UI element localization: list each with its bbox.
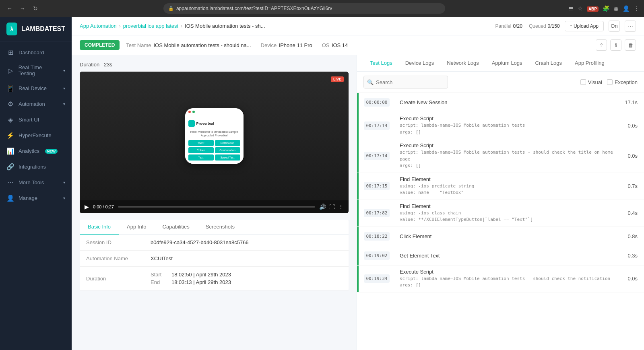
log-timestamp: 00:19:02: [359, 246, 395, 265]
sidebar-item-hyper-execute[interactable]: ⚡ HyperExecute: [0, 128, 72, 143]
visual-filter[interactable]: Visual: [580, 79, 602, 85]
log-timestamp: 00:17:82: [359, 200, 395, 226]
phone-welcome-text: Hello! Welcome to lambdatest Sample App …: [188, 128, 240, 139]
volume-icon[interactable]: 🔊: [319, 204, 326, 210]
start-row: Start 18:02:50 | April 29th 2023: [151, 272, 342, 278]
end-row: End 18:03:13 | April 29th 2023: [151, 279, 342, 285]
forward-button[interactable]: →: [18, 4, 27, 13]
device-label: Device: [261, 42, 277, 48]
video-ctrl-icons: 🔊 ⛶ ⋮: [319, 204, 344, 210]
timestamp-badge: 00:17:82: [364, 209, 390, 217]
time-display: 0:00 / 0:27: [93, 204, 114, 209]
refresh-button[interactable]: ↻: [31, 4, 40, 13]
delete-button[interactable]: 🗑: [625, 39, 636, 51]
sidebar-item-analytics[interactable]: 📊 Analytics NEW: [0, 143, 72, 159]
exception-filter[interactable]: Exception: [607, 79, 638, 85]
status-badge: COMPLETED: [80, 40, 120, 50]
visual-checkbox[interactable]: [580, 79, 586, 85]
duration-row: Duration 23s: [80, 62, 349, 68]
sidebar-item-automation[interactable]: ⚙ Automation ▾: [0, 96, 72, 112]
log-toolbar: 🔍 Visual Exception: [357, 72, 644, 93]
breadcrumb-app-name[interactable]: proverbial ios app latest: [123, 23, 178, 29]
log-title: Execute Script: [400, 115, 615, 121]
log-body: Create New Session: [395, 93, 620, 112]
parallel-value: 0/20: [513, 23, 522, 29]
address-bar[interactable]: 🔒 appautomation.lambdatest.com/test?test…: [163, 3, 445, 14]
automation-name-label: Automation Name: [80, 251, 144, 267]
phone-btn-text: Text: [188, 154, 214, 161]
sidebar-item-smart-ui[interactable]: ◈ Smart UI: [0, 112, 72, 128]
log-timestamp: 00:17:14: [359, 139, 395, 173]
sidebar-label-more-tools: More Tools: [19, 179, 44, 185]
log-search-input[interactable]: [363, 76, 448, 89]
tab-app-info[interactable]: App Info: [119, 220, 154, 235]
sidebar-label-smart-ui: Smart UI: [19, 117, 39, 123]
sidebar-label-real-device: Real Device: [19, 85, 47, 91]
fullscreen-icon[interactable]: ⛶: [329, 204, 335, 210]
duration-meta-label: Duration: [80, 267, 144, 290]
parallel-label: Parallel: [495, 23, 511, 29]
more-options-button[interactable]: ⋯: [625, 21, 636, 32]
log-tab-test-logs[interactable]: Test Logs: [363, 55, 399, 72]
info-button[interactable]: ℹ: [610, 39, 621, 51]
sidebar-label-analytics: Analytics: [19, 148, 39, 154]
sidebar-item-integrations[interactable]: 🔗 Integrations: [0, 159, 72, 175]
log-duration: 0.4s: [620, 200, 644, 226]
share-button[interactable]: ⇧: [596, 39, 607, 51]
log-detail: script: lambda-name=IOS Mobile automatio…: [400, 276, 615, 289]
timestamp-badge: 00:00:00: [364, 98, 390, 107]
play-button[interactable]: ▶: [85, 204, 89, 210]
log-timestamp: 00:17:15: [359, 173, 395, 200]
sidebar: λ LAMBDATEST ⊞ Dashboard ▷ Real Time Tes…: [0, 17, 72, 350]
breadcrumb-sep-2: ›: [181, 23, 182, 29]
duration-label: Duration: [80, 62, 99, 68]
menu-icon[interactable]: ⋮: [634, 5, 639, 12]
smart-ui-icon: ◈: [6, 116, 14, 124]
log-duration: 0.8s: [620, 227, 644, 246]
timestamp-badge: 00:17:14: [364, 152, 390, 160]
bookmark-icon[interactable]: ☆: [578, 5, 583, 12]
analytics-icon: 📊: [6, 147, 14, 155]
log-duration: 0.0s: [620, 139, 644, 173]
extensions-icon[interactable]: 🧩: [603, 5, 609, 12]
progress-bar[interactable]: [118, 206, 315, 208]
log-title: Find Element: [400, 176, 615, 182]
tab-capabilities[interactable]: Capabilities: [155, 220, 198, 235]
profile-icon[interactable]: 👤: [623, 5, 630, 12]
end-value: 18:03:13 | April 29th 2023: [171, 279, 231, 285]
sidebar-nav: ⊞ Dashboard ▷ Real Time Testing ▾ 📱 Real…: [0, 41, 72, 350]
table-row-automation-name: Automation Name XCUITest: [80, 251, 349, 267]
log-tab-appium-logs[interactable]: Appium Logs: [485, 55, 529, 72]
upload-app-button[interactable]: ↑ Upload App: [565, 21, 604, 31]
breadcrumb-app-automation[interactable]: App Automation: [80, 23, 117, 29]
tab-screenshots[interactable]: Screenshots: [198, 220, 243, 235]
toggle-on-button[interactable]: On: [609, 21, 620, 32]
queued-value: 0/150: [548, 23, 560, 29]
sidebar-item-manage[interactable]: 👤 Manage ▾: [0, 190, 72, 206]
abp-icon[interactable]: ABP: [587, 5, 599, 12]
log-tab-device-logs[interactable]: Device Logs: [399, 55, 441, 72]
search-wrapper: 🔍: [363, 76, 576, 89]
tab-basic-info[interactable]: Basic Info: [80, 220, 119, 235]
sidebar-item-real-device[interactable]: 📱 Real Device ▾: [0, 80, 72, 96]
exception-checkbox[interactable]: [607, 79, 613, 85]
log-tab-app-profiling[interactable]: App Profiling: [568, 55, 611, 72]
sidebar-item-more-tools[interactable]: ⋯ More Tools ▾: [0, 175, 72, 190]
sidebar-item-dashboard[interactable]: ⊞ Dashboard: [0, 45, 72, 60]
test-name-value: IOS Mobile automation tests - should na.…: [153, 42, 251, 48]
log-tab-network-logs[interactable]: Network Logs: [440, 55, 485, 72]
log-tab-crash-logs[interactable]: Crash Logs: [529, 55, 568, 72]
more-icon[interactable]: ⋮: [338, 204, 344, 210]
screen-cast-icon[interactable]: ⬒: [568, 5, 574, 12]
log-title: Find Element: [400, 203, 615, 209]
dashboard-icon: ⊞: [6, 49, 14, 56]
more-tools-chevron: ▾: [63, 180, 65, 185]
sidebar-label-integrations: Integrations: [19, 164, 46, 170]
log-body: Click Element: [395, 227, 620, 246]
session-id-label: Session ID: [80, 235, 144, 251]
log-body: Execute Script script: lambda-name=IOS M…: [395, 112, 620, 139]
layout-icon[interactable]: ▦: [613, 5, 619, 12]
session-id-value: b0dfe929-ca34-4527-bd40-8031ea8c5766: [144, 235, 349, 251]
sidebar-item-real-time-testing[interactable]: ▷ Real Time Testing ▾: [0, 60, 72, 80]
back-button[interactable]: ←: [5, 4, 14, 13]
